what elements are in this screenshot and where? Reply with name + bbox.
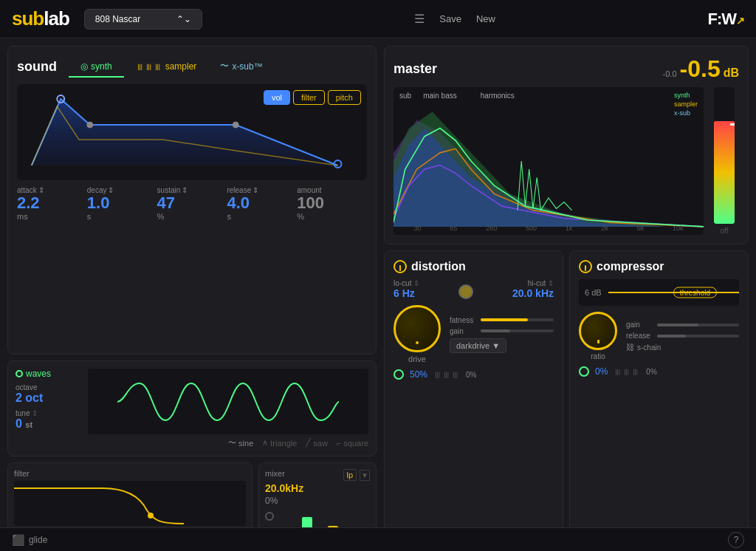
new-button[interactable]: New: [476, 13, 495, 24]
comp-title: compressor: [597, 260, 664, 273]
master-body: sub main bass harmonics synth sampler x-…: [394, 87, 739, 235]
freq-260: 260: [486, 225, 497, 232]
comp-power-button[interactable]: [579, 260, 592, 273]
tab-synth[interactable]: ◎ synth: [69, 57, 124, 78]
drive-knob[interactable]: [394, 305, 441, 352]
filter-handle[interactable]: [148, 513, 154, 519]
attack-value[interactable]: 2.2: [17, 194, 40, 212]
comp-sep: ⫼⫼⫼: [614, 366, 640, 377]
lp-filter-select[interactable]: lp: [343, 469, 357, 481]
filter-button[interactable]: filter: [293, 90, 325, 105]
locut-arrows[interactable]: ⇕: [413, 279, 419, 287]
schain-row[interactable]: ⛓ s-chain: [626, 343, 739, 352]
saw-button[interactable]: ╱ saw: [306, 438, 328, 448]
locut-value[interactable]: 6 Hz: [394, 287, 419, 299]
chain-icon: ⛓: [626, 343, 634, 352]
gain-fader[interactable]: [481, 329, 554, 332]
attack-param: attack ⇕ 2.2 ms: [17, 186, 87, 221]
tune-value[interactable]: 0 st: [16, 417, 82, 431]
meter-bar-container: [714, 87, 735, 224]
meter-knob[interactable]: [730, 123, 735, 126]
master-db: -0.0 -0.5 dB: [663, 55, 739, 83]
square-icon: ⌐: [337, 439, 341, 448]
sustain-value[interactable]: 47: [157, 194, 175, 212]
power-inner: [399, 265, 401, 271]
drive-area: drive fatness gain: [394, 305, 554, 363]
octave-value[interactable]: 2 oct: [16, 391, 82, 405]
filter-dropdown[interactable]: ▼: [360, 470, 370, 481]
dist-power-button[interactable]: [394, 260, 407, 273]
glide-label: glide: [29, 535, 47, 545]
threshold-tag[interactable]: threshold: [673, 287, 717, 298]
comp-header: compressor: [579, 260, 739, 273]
legend-sampler: sampler: [674, 100, 698, 108]
header-center: ☰ Save New: [202, 12, 708, 26]
comp-release-fader[interactable]: [657, 335, 739, 338]
waves-label: waves: [16, 369, 82, 379]
mixer-circle-icon[interactable]: [265, 512, 274, 521]
vol-button[interactable]: vol: [264, 90, 290, 105]
fatness-fader[interactable]: [481, 318, 554, 321]
freq-1k: 1k: [566, 225, 573, 232]
env-buttons: vol filter pitch: [264, 90, 361, 105]
comp-db-value[interactable]: 0%: [646, 368, 656, 376]
tab-xsub[interactable]: 〜 x-sub™: [208, 55, 274, 78]
left-column: sound ◎ synth ⫼⫼⫼ sampler 〜 x-sub™ vol: [7, 46, 377, 544]
pitch-button[interactable]: pitch: [328, 90, 361, 105]
triangle-button[interactable]: ∧ triangle: [262, 438, 297, 448]
filter-freq-value[interactable]: 20.0kHz: [265, 482, 370, 494]
ratio-knob[interactable]: [579, 312, 617, 350]
decay-value[interactable]: 1.0: [87, 194, 110, 212]
tune-arrows[interactable]: ⇕: [32, 409, 38, 417]
sustain-arrows[interactable]: ⇕: [182, 186, 188, 194]
schain-label: s-chain: [637, 343, 661, 352]
hicut-value[interactable]: 20.0 kHz: [512, 287, 554, 299]
waves-right: 〜 sine ∧ triangle ╱ saw ⌐ square: [88, 369, 368, 448]
synth-icon: ◎: [80, 61, 88, 72]
master-meter: off: [709, 87, 739, 235]
tab-sampler[interactable]: ⫼⫼⫼ sampler: [124, 57, 209, 78]
adsr-params: attack ⇕ 2.2 ms decay ⇕ 1.0 s su: [17, 186, 367, 221]
dist-header: distortion: [394, 260, 554, 273]
sine-button[interactable]: 〜 sine: [228, 437, 253, 448]
filter-pct-value[interactable]: 0%: [265, 496, 370, 506]
dist-knob[interactable]: [458, 284, 473, 299]
comp-enabled-value[interactable]: 0%: [595, 366, 608, 377]
sine-icon: 〜: [228, 437, 236, 448]
freq-labels: 30 65 260 500 1k 2k 5k 10k: [394, 225, 704, 232]
bottom-right-row: distortion lo-cut ⇕ 6 Hz hi-cut: [384, 250, 749, 544]
fatness-label: fatness: [450, 316, 476, 324]
square-button[interactable]: ⌐ square: [337, 439, 368, 448]
preset-name: 808 Nascar: [95, 14, 140, 24]
comp-enable-button[interactable]: [579, 366, 589, 377]
hicut-arrows[interactable]: ⇕: [548, 279, 554, 287]
master-db-large[interactable]: -0.5: [680, 55, 721, 83]
comp-power-inner: [585, 265, 586, 271]
dist-enable-button[interactable]: [394, 369, 404, 380]
dist-db-value[interactable]: 0%: [466, 371, 476, 379]
spectrum-area: sub main bass harmonics synth sampler x-…: [394, 87, 704, 235]
chevron-icon: ⌃⌄: [176, 14, 191, 24]
dist-enabled-value[interactable]: 50%: [410, 369, 427, 380]
sound-title: sound: [17, 59, 57, 75]
menu-icon[interactable]: ☰: [414, 12, 425, 26]
release-param: release ⇕ 4.0 s: [227, 186, 297, 221]
filter-curve-svg: [14, 481, 184, 525]
comp-gain-fader[interactable]: [657, 324, 739, 326]
amount-value[interactable]: 100: [297, 194, 324, 212]
ratio-knob-dot: [597, 340, 599, 343]
hicut-param: hi-cut ⇕ 20.0 kHz: [512, 279, 554, 299]
env-dot-sustain[interactable]: [233, 122, 238, 128]
drive-right: fatness gain darkdrive: [450, 316, 554, 353]
help-button[interactable]: ?: [728, 532, 744, 548]
darkdrive-button[interactable]: darkdrive ▼: [450, 338, 506, 353]
release-value[interactable]: 4.0: [227, 194, 250, 212]
dist-footer: 50% ⫼⫼⫼ 0%: [394, 369, 554, 380]
save-button[interactable]: Save: [439, 13, 461, 24]
preset-dropdown[interactable]: 808 Nascar ⌃⌄: [84, 9, 202, 30]
sine-wave-path: [117, 383, 339, 420]
release-arrows[interactable]: ⇕: [252, 186, 258, 194]
env-dot-decay[interactable]: [87, 122, 93, 128]
freq-5k: 5k: [637, 225, 645, 232]
freq-500: 500: [526, 225, 537, 232]
